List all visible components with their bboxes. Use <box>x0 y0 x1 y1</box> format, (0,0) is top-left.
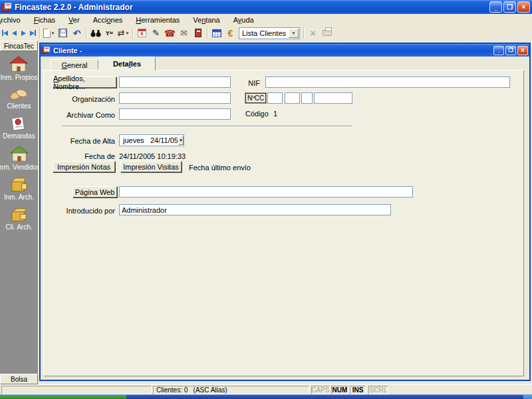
undo-icon: ↶ <box>73 29 81 38</box>
sidebar-header-fincastec[interactable]: FincasTec <box>0 41 38 51</box>
menu-ayuda[interactable]: Ayuda <box>227 15 261 25</box>
fecha-alta-combo[interactable]: jueves 24/11/05 ▼ <box>119 134 184 146</box>
chevron-down-icon: ▼ <box>292 31 296 35</box>
codigo-label: Código <box>245 110 269 118</box>
print-button[interactable] <box>320 27 334 40</box>
sidebar-item-inm-vendidos[interactable]: Inm. Vendidos <box>0 146 40 171</box>
menu-herramientas[interactable]: Herramientas <box>129 15 186 25</box>
taskbar-main[interactable] <box>126 395 523 399</box>
cc-segment-3-input[interactable] <box>301 92 313 104</box>
sidebar-footer-bolsa[interactable]: Bolsa <box>0 374 38 384</box>
euro-icon: € <box>228 29 233 38</box>
list-selector-combo[interactable]: Lista Clientes ▼ <box>239 27 300 39</box>
cc-segment-2-input[interactable] <box>285 92 300 104</box>
mail-button[interactable]: ✉ <box>177 27 191 40</box>
sidebar-item-cli-arch[interactable]: Cli. Arch. <box>5 207 32 231</box>
calendar-button[interactable]: 6 <box>135 27 149 40</box>
nav-first-button[interactable] <box>0 27 9 40</box>
undo-button[interactable]: ↶ <box>70 27 84 40</box>
menu-fichas[interactable]: Fichas <box>27 15 62 25</box>
green-house-icon <box>9 146 29 163</box>
binoculars-icon <box>90 29 101 37</box>
restore-button[interactable]: ❐ <box>503 1 516 13</box>
menu-acciones[interactable]: Acciones <box>86 15 130 25</box>
new-document-icon <box>43 29 51 38</box>
filter-icon: Y= <box>106 30 113 37</box>
combo-dropdown-button[interactable]: ▼ <box>289 29 299 38</box>
pagina-web-button[interactable]: Página Web <box>72 186 117 198</box>
demand-document-icon <box>10 116 27 132</box>
archive-box-icon <box>9 207 28 223</box>
sidebar-item-clientes[interactable]: Clientes <box>7 87 31 110</box>
find-button[interactable] <box>88 27 102 40</box>
status-panel-empty <box>1 386 152 394</box>
status-bar: Clientes: 0 (ASC Alias) CAPS NUM INS SCR… <box>0 384 532 394</box>
start-button-sliver[interactable] <box>0 395 126 399</box>
introducido-por-label: Introducido por <box>44 207 115 215</box>
sort-refresh-button[interactable]: ⇄▼ <box>116 27 130 40</box>
table-view-button[interactable] <box>209 27 223 40</box>
fecha-ultimo-envio-label: Fecha último envío <box>189 164 251 172</box>
windows-taskbar[interactable] <box>0 394 532 399</box>
toolbar-separator <box>132 27 133 39</box>
tab-general[interactable]: General <box>51 59 98 70</box>
cliente-window-icon <box>42 47 51 54</box>
toolbar-separator <box>39 27 40 39</box>
organizacion-label: Organización <box>44 95 115 103</box>
combo-dropdown-button[interactable]: ▼ <box>178 136 184 145</box>
cliente-close-button[interactable]: × <box>517 46 528 55</box>
close-button[interactable]: × <box>517 1 530 13</box>
minimize-button[interactable]: _ <box>489 1 502 13</box>
pencil-icon: ✎ <box>152 29 160 37</box>
nav-next-button[interactable] <box>19 27 28 40</box>
euro-button[interactable]: € <box>223 27 237 40</box>
save-button[interactable] <box>56 27 70 40</box>
impresion-visitas-button[interactable]: Impresión Visitas <box>120 161 182 172</box>
sidebar-item-inm-arch[interactable]: Inm. Arch. <box>4 177 34 201</box>
dropdown-arrow-icon[interactable]: ▼ <box>125 31 129 35</box>
archivar-como-label: Archivar Como <box>44 111 115 119</box>
table-grid-icon <box>212 29 221 37</box>
save-icon <box>59 29 67 37</box>
exchange-arrows-icon: ⇄ <box>118 29 125 37</box>
fecha-actualizacion-value: 24/11/2005 10:19:33 <box>119 152 186 160</box>
menu-archivo[interactable]: Archivo <box>0 15 27 25</box>
calculator-button[interactable] <box>191 27 205 40</box>
nav-prev-button[interactable] <box>9 27 19 40</box>
cc-segment-1-input[interactable] <box>267 92 283 104</box>
introducido-por-input[interactable] <box>119 204 391 215</box>
ncc-button[interactable]: NºCC <box>245 93 266 103</box>
archive-box-icon <box>9 177 28 193</box>
nav-last-button[interactable] <box>28 27 37 40</box>
new-record-button[interactable]: ▼ <box>42 27 56 40</box>
edit-button[interactable]: ✎ <box>149 27 163 40</box>
chevron-down-icon: ▼ <box>179 138 183 142</box>
menu-ver[interactable]: Ver <box>62 15 86 25</box>
cliente-body: General Detalles Apellidos, Nombre... Or… <box>41 57 529 380</box>
status-clientes-count: Clientes: 0 (ASC Alias) <box>153 386 309 394</box>
organizacion-input[interactable] <box>119 92 231 104</box>
calendar-icon: 6 <box>138 29 146 37</box>
next-record-icon <box>21 31 26 36</box>
last-record-icon <box>30 31 35 36</box>
sidebar-item-demandas[interactable]: Demandas <box>3 116 35 140</box>
phone-button[interactable]: ☎ <box>163 27 177 40</box>
menu-ventana[interactable]: Ventana <box>186 15 226 25</box>
delete-button[interactable]: × <box>306 27 320 40</box>
list-selector-value: Lista Clientes <box>239 29 289 37</box>
cliente-minimize-button[interactable]: _ <box>493 46 504 55</box>
tab-detalles[interactable]: Detalles <box>98 57 156 70</box>
dropdown-arrow-icon[interactable]: ▼ <box>51 31 55 35</box>
handshake-icon <box>9 87 29 102</box>
cc-segment-4-input[interactable] <box>314 92 352 104</box>
sidebar-item-inm-propios[interactable]: Inm. Propios <box>0 56 37 81</box>
archivar-como-input[interactable] <box>119 108 231 120</box>
cliente-maximize-button[interactable]: ❐ <box>505 46 516 55</box>
filter-button[interactable]: Y= <box>102 27 116 40</box>
apellidos-nombre-button[interactable]: Apellidos, Nombre... <box>53 76 116 88</box>
toolbar: ▼ ↶ Y= ⇄▼ 6 ✎ ☎ ✉ € Lista Clientes ▼ × <box>0 25 532 41</box>
impresion-notas-button[interactable]: Impresión Notas <box>53 161 115 172</box>
nif-input[interactable] <box>265 76 510 88</box>
pagina-web-input[interactable] <box>119 186 413 198</box>
nif-label: NIF <box>207 79 260 87</box>
